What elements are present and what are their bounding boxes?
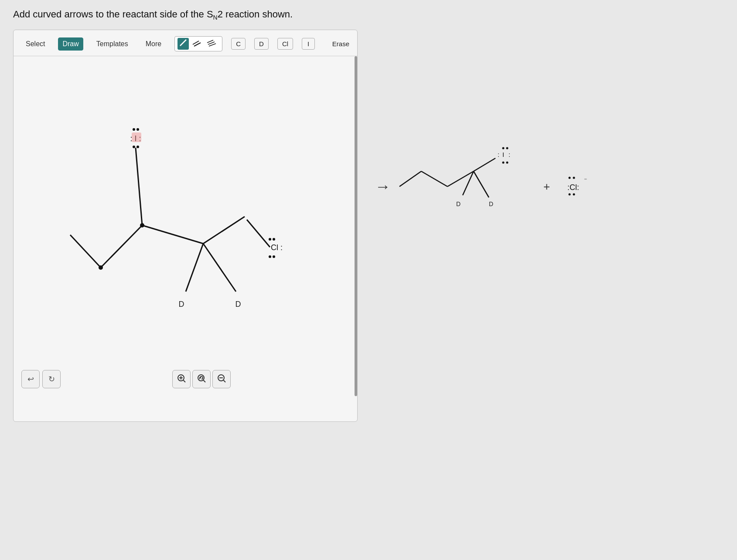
molecule-svg: : I :: [14, 56, 345, 361]
templates-button[interactable]: Templates: [92, 37, 133, 51]
lone-pair-dot-1: [133, 128, 135, 131]
editor-box: Select Draw Templates More: [13, 30, 358, 422]
chloride-svg: :Cl: ⁻: [559, 169, 594, 204]
drawing-area[interactable]: : I :: [14, 56, 357, 396]
zoom-in-icon: [177, 373, 186, 385]
svg-text::: :: [498, 151, 499, 158]
title-sub: N: [213, 14, 218, 21]
bond-d1: [186, 244, 203, 292]
cl-lone-pair-1: [269, 238, 271, 241]
svg-line-14: [224, 380, 226, 382]
chlorine-label: Cl :: [271, 243, 283, 252]
zoom-in-button[interactable]: [172, 370, 191, 388]
svg-text:D: D: [456, 200, 461, 207]
redo-button[interactable]: ↻: [42, 370, 61, 388]
carbon-dot-1: [99, 265, 103, 270]
atom-c-button[interactable]: C: [231, 38, 246, 50]
bond-group: [174, 36, 222, 51]
svg-point-34: [573, 193, 575, 196]
zoom-reset-icon: [197, 373, 206, 385]
plus-sign: +: [543, 180, 550, 193]
lone-pair-dot-3: [133, 146, 135, 148]
bond-i: [136, 148, 142, 225]
svg-point-30: [569, 177, 571, 179]
svg-line-18: [474, 158, 495, 171]
svg-text::: :: [508, 151, 510, 158]
svg-line-9: [184, 380, 186, 382]
cl-lone-pair-3: [269, 255, 271, 258]
svg-line-27: [474, 171, 489, 197]
more-button[interactable]: More: [141, 37, 166, 51]
bond-4: [203, 217, 245, 244]
d-label-2: D: [235, 300, 241, 309]
svg-line-16: [421, 171, 447, 187]
title-text: Add curved arrows to the reactant side o…: [13, 9, 213, 20]
atom-d-button[interactable]: D: [254, 38, 269, 50]
bond-triple-button[interactable]: [205, 38, 219, 50]
redo-icon: ↻: [48, 374, 55, 384]
undo-redo-group: ↩ ↻: [21, 370, 61, 388]
svg-point-23: [506, 147, 508, 149]
zoom-out-icon: [217, 373, 226, 385]
zoom-reset-button[interactable]: [192, 370, 211, 388]
title-suffix: 2 reaction shown.: [218, 9, 293, 20]
undo-button[interactable]: ↩: [21, 370, 40, 388]
atom-cl-button[interactable]: Cl: [277, 38, 293, 50]
select-button[interactable]: Select: [21, 37, 49, 51]
svg-line-0: [180, 40, 186, 46]
svg-line-11: [204, 380, 206, 382]
bond-2: [101, 225, 142, 268]
bond-1: [70, 235, 101, 268]
svg-point-33: [569, 193, 571, 196]
svg-point-25: [506, 162, 508, 164]
toolbar: Select Draw Templates More: [14, 30, 357, 56]
lone-pair-dot-2: [136, 128, 139, 131]
cl-lone-pair-4: [273, 255, 275, 258]
main-container: Select Draw Templates More: [13, 30, 724, 422]
divider-line: [355, 56, 357, 396]
page-title: Add curved arrows to the reactant side o…: [13, 9, 724, 21]
svg-text:I: I: [502, 151, 504, 158]
product-svg: : I : D D: [395, 139, 535, 234]
svg-text:D: D: [489, 200, 493, 207]
cl-lone-pair-2: [273, 238, 275, 241]
zoom-out-button[interactable]: [212, 370, 231, 388]
svg-point-31: [573, 177, 575, 179]
erase-button[interactable]: Erase: [332, 40, 349, 48]
atom-i-button[interactable]: I: [302, 38, 315, 50]
zoom-controls: [172, 370, 231, 388]
svg-point-24: [502, 162, 505, 164]
bond-single-button[interactable]: [177, 38, 189, 50]
svg-text::Cl:: :Cl:: [567, 183, 579, 192]
svg-point-22: [502, 147, 505, 149]
d-label-1: D: [179, 300, 184, 309]
lone-pair-dot-4: [136, 146, 139, 148]
bond-d2: [203, 244, 236, 292]
draw-button[interactable]: Draw: [58, 37, 83, 51]
bond-3: [142, 225, 203, 244]
svg-text:⁻: ⁻: [584, 176, 587, 183]
reaction-arrow: →: [375, 177, 391, 196]
iodine-highlight: [132, 132, 141, 142]
svg-line-15: [399, 171, 421, 187]
bond-cl: [247, 220, 270, 247]
product-side: → : I : D D +: [375, 139, 594, 234]
undo-icon: ↩: [27, 374, 34, 384]
bond-double-button[interactable]: [190, 38, 203, 50]
